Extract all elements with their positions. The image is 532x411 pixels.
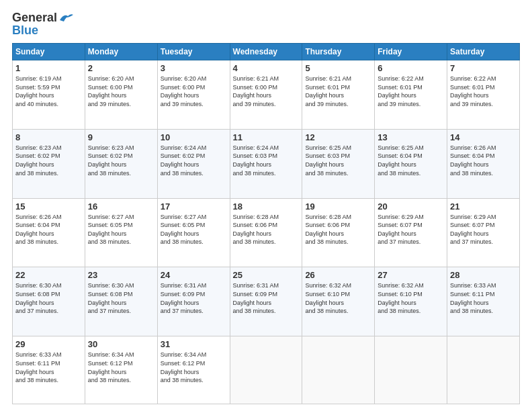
cell-info: Sunrise: 6:32 AMSunset: 6:10 PMDaylight … [378, 282, 424, 314]
day-header-tuesday: Tuesday [157, 44, 230, 60]
day-number: 14 [450, 132, 517, 142]
calendar-cell: 5 Sunrise: 6:21 AMSunset: 6:01 PMDayligh… [302, 60, 375, 130]
cell-info: Sunrise: 6:30 AMSunset: 6:08 PMDaylight … [15, 282, 62, 314]
cell-info: Sunrise: 6:29 AMSunset: 6:07 PMDaylight … [450, 214, 496, 246]
logo-bird-icon [58, 12, 73, 24]
day-number: 2 [88, 63, 154, 73]
cell-info: Sunrise: 6:26 AMSunset: 6:04 PMDaylight … [15, 214, 62, 246]
calendar-cell: 16 Sunrise: 6:27 AMSunset: 6:05 PMDaylig… [85, 198, 157, 267]
day-number: 30 [88, 339, 154, 349]
day-number: 29 [15, 339, 82, 349]
cell-info: Sunrise: 6:25 AMSunset: 6:03 PMDaylight … [305, 144, 351, 177]
day-number: 1 [15, 63, 82, 73]
cell-info: Sunrise: 6:24 AMSunset: 6:03 PMDaylight … [233, 144, 279, 177]
day-number: 25 [233, 270, 300, 280]
calendar-cell: 28 Sunrise: 6:33 AMSunset: 6:11 PMDaylig… [447, 267, 520, 336]
day-number: 3 [161, 63, 227, 73]
day-number: 17 [161, 201, 227, 212]
cell-info: Sunrise: 6:29 AMSunset: 6:07 PMDaylight … [378, 214, 424, 246]
calendar-cell: 17 Sunrise: 6:27 AMSunset: 6:05 PMDaylig… [157, 198, 230, 267]
calendar-cell [447, 336, 520, 404]
cell-info: Sunrise: 6:22 AMSunset: 6:01 PMDaylight … [450, 75, 496, 107]
cell-info: Sunrise: 6:20 AMSunset: 6:00 PMDaylight … [88, 75, 134, 107]
day-number: 13 [378, 132, 444, 142]
calendar-cell: 7 Sunrise: 6:22 AMSunset: 6:01 PMDayligh… [447, 60, 520, 130]
day-header-monday: Monday [85, 44, 157, 60]
cell-info: Sunrise: 6:20 AMSunset: 6:00 PMDaylight … [161, 75, 207, 107]
calendar-cell: 10 Sunrise: 6:24 AMSunset: 6:02 PMDaylig… [157, 129, 230, 198]
header: General Blue [12, 11, 520, 38]
cell-info: Sunrise: 6:33 AMSunset: 6:11 PMDaylight … [450, 282, 496, 314]
calendar-cell: 12 Sunrise: 6:25 AMSunset: 6:03 PMDaylig… [302, 129, 375, 198]
calendar-cell: 6 Sunrise: 6:22 AMSunset: 6:01 PMDayligh… [375, 60, 447, 130]
cell-info: Sunrise: 6:24 AMSunset: 6:02 PMDaylight … [161, 144, 207, 177]
cell-info: Sunrise: 6:30 AMSunset: 6:08 PMDaylight … [88, 282, 134, 314]
day-header-saturday: Saturday [447, 44, 520, 60]
calendar-cell: 4 Sunrise: 6:21 AMSunset: 6:00 PMDayligh… [230, 60, 302, 130]
logo-general-text: General [12, 11, 57, 25]
day-header-friday: Friday [375, 44, 447, 60]
cell-info: Sunrise: 6:25 AMSunset: 6:04 PMDaylight … [378, 144, 424, 177]
day-number: 26 [305, 270, 371, 280]
day-number: 24 [161, 270, 227, 280]
day-number: 22 [15, 270, 82, 280]
calendar-cell: 25 Sunrise: 6:31 AMSunset: 6:09 PMDaylig… [230, 267, 302, 336]
calendar-cell: 24 Sunrise: 6:31 AMSunset: 6:09 PMDaylig… [157, 267, 230, 336]
day-number: 5 [305, 63, 371, 73]
cell-info: Sunrise: 6:22 AMSunset: 6:01 PMDaylight … [378, 75, 424, 107]
calendar-cell: 22 Sunrise: 6:30 AMSunset: 6:08 PMDaylig… [13, 267, 85, 336]
cell-info: Sunrise: 6:31 AMSunset: 6:09 PMDaylight … [161, 282, 207, 314]
day-header-thursday: Thursday [302, 44, 375, 60]
cell-info: Sunrise: 6:23 AMSunset: 6:02 PMDaylight … [15, 144, 62, 177]
cell-info: Sunrise: 6:32 AMSunset: 6:10 PMDaylight … [305, 282, 351, 314]
calendar-cell: 14 Sunrise: 6:26 AMSunset: 6:04 PMDaylig… [447, 129, 520, 198]
day-number: 12 [305, 132, 371, 142]
calendar-cell: 21 Sunrise: 6:29 AMSunset: 6:07 PMDaylig… [447, 198, 520, 267]
logo: General Blue [12, 11, 73, 38]
day-number: 6 [378, 63, 444, 73]
cell-info: Sunrise: 6:26 AMSunset: 6:04 PMDaylight … [450, 144, 496, 177]
cell-info: Sunrise: 6:28 AMSunset: 6:06 PMDaylight … [233, 214, 279, 246]
cell-info: Sunrise: 6:34 AMSunset: 6:12 PMDaylight … [161, 351, 207, 383]
calendar-cell: 9 Sunrise: 6:23 AMSunset: 6:02 PMDayligh… [85, 129, 157, 198]
calendar-page: General Blue SundayMondayTuesdayWednesda… [0, 0, 532, 411]
calendar-cell: 3 Sunrise: 6:20 AMSunset: 6:00 PMDayligh… [157, 60, 230, 130]
day-number: 11 [233, 132, 300, 142]
calendar-cell: 20 Sunrise: 6:29 AMSunset: 6:07 PMDaylig… [375, 198, 447, 267]
calendar-cell: 31 Sunrise: 6:34 AMSunset: 6:12 PMDaylig… [157, 336, 230, 404]
calendar-cell: 1 Sunrise: 6:19 AMSunset: 5:59 PMDayligh… [13, 60, 85, 130]
calendar-cell [375, 336, 447, 404]
calendar-cell: 23 Sunrise: 6:30 AMSunset: 6:08 PMDaylig… [85, 267, 157, 336]
day-number: 28 [450, 270, 517, 280]
day-number: 8 [15, 132, 82, 142]
calendar-cell [302, 336, 375, 404]
day-number: 20 [378, 201, 444, 212]
cell-info: Sunrise: 6:34 AMSunset: 6:12 PMDaylight … [88, 351, 134, 383]
calendar-cell: 30 Sunrise: 6:34 AMSunset: 6:12 PMDaylig… [85, 336, 157, 404]
calendar-cell: 29 Sunrise: 6:33 AMSunset: 6:11 PMDaylig… [13, 336, 85, 404]
cell-info: Sunrise: 6:19 AMSunset: 5:59 PMDaylight … [15, 75, 62, 107]
cell-info: Sunrise: 6:33 AMSunset: 6:11 PMDaylight … [15, 351, 62, 383]
day-number: 9 [88, 132, 154, 142]
cell-info: Sunrise: 6:27 AMSunset: 6:05 PMDaylight … [88, 214, 134, 246]
calendar-cell: 13 Sunrise: 6:25 AMSunset: 6:04 PMDaylig… [375, 129, 447, 198]
day-number: 16 [88, 201, 154, 212]
calendar-cell: 2 Sunrise: 6:20 AMSunset: 6:00 PMDayligh… [85, 60, 157, 130]
day-number: 7 [450, 63, 517, 73]
cell-info: Sunrise: 6:27 AMSunset: 6:05 PMDaylight … [161, 214, 207, 246]
cell-info: Sunrise: 6:28 AMSunset: 6:06 PMDaylight … [305, 214, 351, 246]
logo-blue-text: Blue [12, 24, 38, 38]
day-number: 31 [161, 339, 227, 349]
day-number: 19 [305, 201, 371, 212]
calendar-cell: 19 Sunrise: 6:28 AMSunset: 6:06 PMDaylig… [302, 198, 375, 267]
day-header-wednesday: Wednesday [230, 44, 302, 60]
calendar-cell: 11 Sunrise: 6:24 AMSunset: 6:03 PMDaylig… [230, 129, 302, 198]
day-number: 4 [233, 63, 300, 73]
day-number: 21 [450, 201, 517, 212]
cell-info: Sunrise: 6:21 AMSunset: 6:01 PMDaylight … [305, 75, 351, 107]
calendar-cell [230, 336, 302, 404]
calendar-cell: 8 Sunrise: 6:23 AMSunset: 6:02 PMDayligh… [13, 129, 85, 198]
cell-info: Sunrise: 6:31 AMSunset: 6:09 PMDaylight … [233, 282, 279, 314]
cell-info: Sunrise: 6:23 AMSunset: 6:02 PMDaylight … [88, 144, 134, 177]
day-number: 23 [88, 270, 154, 280]
